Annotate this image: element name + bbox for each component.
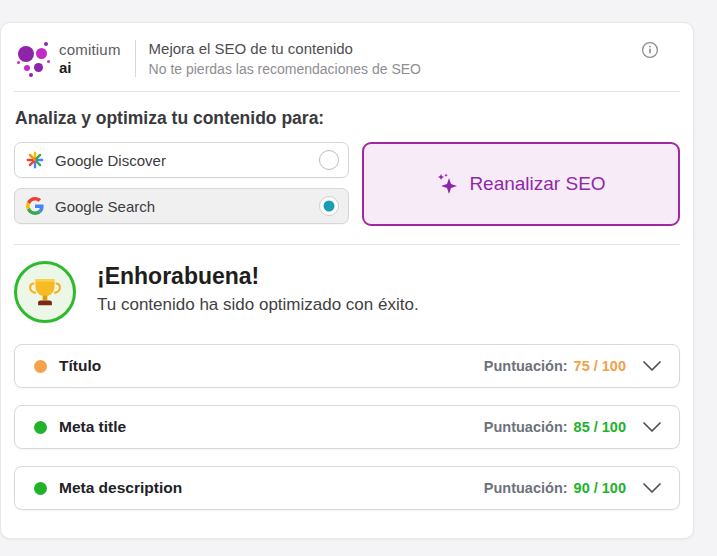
google-g-icon — [26, 197, 44, 215]
reanalyze-button-label: Reanalizar SEO — [469, 173, 605, 195]
header: comitium ai Mejora el SEO de tu contenid… — [14, 23, 680, 92]
status-dot — [34, 421, 47, 434]
option-google-search[interactable]: Google Search — [14, 188, 349, 224]
comitium-dots-logo-icon — [15, 39, 55, 79]
congrats-title: ¡Enhorabuena! — [97, 263, 419, 290]
brand-sub: ai — [59, 60, 121, 77]
score-row-meta-title[interactable]: Meta title Puntuación: 85 / 100 — [14, 405, 680, 449]
trophy-icon — [14, 261, 76, 323]
option-label: Google Discover — [55, 152, 166, 169]
status-dot — [34, 482, 47, 495]
reanalyze-seo-button[interactable]: Reanalizar SEO — [362, 142, 680, 226]
chevron-down-icon[interactable] — [642, 421, 662, 433]
score-label: Puntuación: — [484, 419, 568, 435]
congrats-message: Tu contenido ha sido optimizado con éxit… — [97, 295, 419, 315]
score-value: 85 / 100 — [574, 419, 626, 435]
chevron-down-icon[interactable] — [642, 360, 662, 372]
radio-google-discover[interactable] — [319, 150, 339, 170]
chevron-down-icon[interactable] — [642, 482, 662, 494]
option-google-discover[interactable]: Google Discover — [14, 142, 349, 178]
score-row-titulo[interactable]: Título Puntuación: 75 / 100 — [14, 344, 680, 388]
score-label: Puntuación: — [484, 358, 568, 374]
radio-google-search[interactable] — [319, 196, 339, 216]
info-icon[interactable] — [641, 41, 659, 59]
option-label: Google Search — [55, 198, 155, 215]
score-row-name: Meta description — [59, 479, 182, 497]
success-banner: ¡Enhorabuena! Tu contenido ha sido optim… — [14, 261, 680, 323]
comitium-ai-logo: comitium ai — [15, 39, 121, 79]
brand-name: comitium — [59, 42, 121, 59]
score-label: Puntuación: — [484, 480, 568, 496]
header-title: Mejora el SEO de tu contenido — [149, 40, 421, 59]
header-divider — [135, 40, 136, 77]
section-divider — [14, 244, 680, 245]
status-dot — [34, 360, 47, 373]
score-value: 90 / 100 — [574, 480, 626, 496]
sparkles-icon — [436, 173, 458, 195]
section-heading: Analiza y optimiza tu contenido para: — [15, 108, 680, 129]
google-discover-icon — [26, 151, 44, 169]
seo-panel: comitium ai Mejora el SEO de tu contenid… — [0, 22, 694, 539]
score-row-meta-description[interactable]: Meta description Puntuación: 90 / 100 — [14, 466, 680, 510]
header-subtitle: No te pierdas las recomendaciones de SEO — [149, 61, 421, 79]
score-row-name: Meta title — [59, 418, 126, 436]
score-row-name: Título — [59, 357, 101, 375]
score-value: 75 / 100 — [574, 358, 626, 374]
